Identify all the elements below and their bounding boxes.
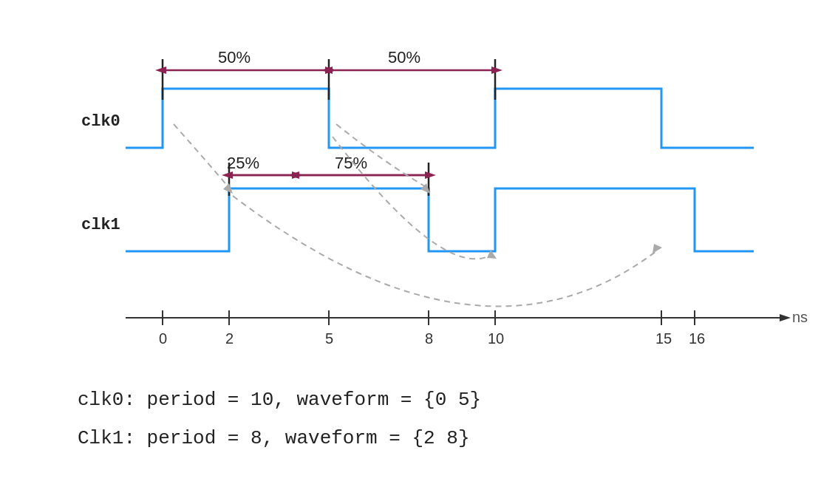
clk1-75pct-arrowhead-r: [425, 171, 436, 179]
dashed-arrowhead-big-2: [653, 244, 662, 253]
axis-arrowhead: [780, 314, 791, 321]
clk0-50pct-left-label: 50%: [218, 48, 251, 67]
waveform-svg: 0 2 5 8 10 15 16 ns clk0 clk1: [0, 0, 838, 504]
tick-label-10: 10: [488, 330, 504, 347]
clk0-waveform: [126, 89, 754, 148]
code-line1: clk0: period = 10, waveform = {0 5}: [78, 389, 481, 411]
clk0-label: clk0: [81, 112, 120, 131]
dashed-arrow-1: [174, 124, 228, 186]
tick-label-2: 2: [225, 330, 234, 347]
tick-label-8: 8: [425, 330, 433, 347]
ns-label: ns: [792, 309, 808, 325]
tick-label-5: 5: [325, 330, 333, 347]
code-line2: Clk1: period = 8, waveform = {2 8}: [78, 427, 470, 449]
tick-label-0: 0: [159, 330, 167, 347]
clk1-25pct-label: 25%: [227, 154, 259, 172]
clk0-50pct-right-arrowhead-r: [491, 67, 503, 74]
clk1-label: clk1: [81, 216, 120, 234]
clk1-75pct-label: 75%: [335, 154, 367, 172]
clk1-25pct-arrowhead-l: [222, 171, 233, 179]
tick-label-15: 15: [655, 330, 672, 347]
diagram-container: 0 2 5 8 10 15 16 ns clk0 clk1: [0, 0, 838, 504]
clk0-50pct-left-arrowhead: [155, 67, 166, 74]
clk1-waveform: [126, 188, 754, 251]
clk0-50pct-right-label: 50%: [388, 48, 420, 67]
tick-label-16: 16: [689, 330, 705, 347]
